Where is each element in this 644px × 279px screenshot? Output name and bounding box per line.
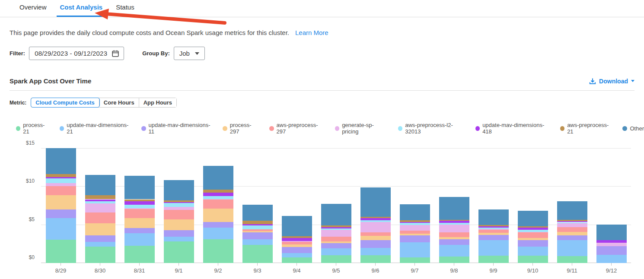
bar-segment-update-mav-dimensions-21[interactable] — [596, 255, 627, 263]
bar-segment-aws-preprocess-l2-32013[interactable] — [46, 178, 76, 183]
bar-segment-update-mav-dimensions-418[interactable] — [321, 227, 351, 228]
bar-segment-update-mav-dimensions-21[interactable] — [164, 237, 194, 241]
bar-segment-update-mav-dimensions-21[interactable] — [478, 240, 509, 256]
stacked-bar-9/10[interactable] — [518, 149, 548, 263]
bar-segment-update-mav-dimensions-11[interactable] — [321, 243, 351, 248]
bar-segment-update-mav-dimensions-418[interactable] — [242, 224, 273, 226]
bar-segment-update-mav-dimensions-11[interactable] — [360, 240, 391, 248]
stacked-bar-8/31[interactable] — [124, 149, 155, 263]
bar-segment-Other[interactable] — [439, 197, 469, 220]
bar-segment-Other[interactable] — [360, 187, 391, 217]
bar-segment-aws-preprocess-l2-32013[interactable] — [124, 205, 155, 208]
bar-segment-aws-preprocess-297[interactable] — [360, 232, 391, 236]
bar-segment-process-21[interactable] — [46, 240, 76, 263]
bar-segment-update-mav-dimensions-11[interactable] — [242, 232, 273, 239]
bar-segment-Other[interactable] — [557, 201, 587, 220]
legend-item[interactable]: aws-preprocess-l2-32013 — [398, 122, 465, 135]
bar-segment-aws-preprocess-297[interactable] — [478, 230, 509, 233]
bar-segment-update-mav-dimensions-418[interactable] — [596, 240, 627, 243]
bar-segment-generate-sp-pricing[interactable] — [439, 225, 469, 233]
bar-segment-generate-sp-pricing[interactable] — [203, 199, 233, 200]
bar-segment-aws-preprocess-l2-32013[interactable] — [557, 222, 587, 224]
bar-segment-update-mav-dimensions-11[interactable] — [439, 239, 469, 245]
bar-segment-generate-sp-pricing[interactable] — [557, 223, 587, 227]
bar-segment-process-297[interactable] — [203, 209, 233, 222]
bar-segment-aws-preprocess-297[interactable] — [46, 186, 76, 195]
bar-segment-aws-preprocess-21[interactable] — [46, 174, 76, 177]
bar-segment-update-mav-dimensions-418[interactable] — [360, 218, 391, 220]
bar-segment-process-297[interactable] — [478, 233, 509, 235]
bar-segment-process-297[interactable] — [164, 219, 194, 230]
bar-segment-update-mav-dimensions-418[interactable] — [518, 228, 548, 230]
bar-segment-aws-preprocess-21[interactable] — [478, 225, 509, 227]
bar-segment-process-21[interactable] — [478, 256, 509, 263]
bar-segment-generate-sp-pricing[interactable] — [124, 208, 155, 209]
bar-segment-generate-sp-pricing[interactable] — [478, 229, 509, 230]
bar-segment-generate-sp-pricing[interactable] — [400, 225, 430, 231]
bar-segment-process-297[interactable] — [124, 218, 155, 228]
tab-status[interactable]: Status — [112, 0, 138, 17]
bar-segment-aws-preprocess-l2-32013[interactable] — [439, 223, 469, 225]
bar-segment-process-297[interactable] — [518, 238, 548, 240]
stacked-bar-9/7[interactable] — [400, 149, 430, 263]
stacked-bar-9/11[interactable] — [557, 149, 587, 263]
bar-segment-aws-preprocess-21[interactable] — [282, 236, 312, 238]
bar-segment-update-mav-dimensions-21[interactable] — [518, 247, 548, 256]
bar-segment-aws-preprocess-21[interactable] — [85, 195, 115, 200]
bar-segment-update-mav-dimensions-11[interactable] — [85, 235, 115, 242]
bar-segment-aws-preprocess-l2-32013[interactable] — [400, 223, 430, 225]
stacked-bar-9/5[interactable] — [321, 149, 351, 263]
bar-segment-update-mav-dimensions-21[interactable] — [242, 239, 273, 244]
bar-segment-aws-preprocess-21[interactable] — [203, 190, 233, 193]
bar-segment-aws-preprocess-l2-32013[interactable] — [478, 228, 509, 229]
legend-item[interactable]: generate-sp-pricing — [335, 122, 388, 135]
bar-segment-aws-preprocess-297[interactable] — [85, 212, 115, 224]
bar-segment-aws-preprocess-297[interactable] — [124, 209, 155, 218]
bar-segment-update-mav-dimensions-418[interactable] — [46, 177, 76, 178]
bar-segment-process-297[interactable] — [360, 236, 391, 240]
bar-segment-update-mav-dimensions-418[interactable] — [203, 193, 233, 196]
legend-item[interactable]: update-mav-dimensions-11 — [141, 122, 212, 135]
bar-segment-generate-sp-pricing[interactable] — [360, 222, 391, 233]
bar-segment-update-mav-dimensions-11[interactable] — [203, 222, 233, 228]
bar-segment-aws-preprocess-21[interactable] — [557, 220, 587, 221]
legend-item[interactable]: Other — [622, 125, 644, 132]
legend-item[interactable]: update-mav-dimensions-418 — [475, 122, 550, 135]
bar-segment-aws-preprocess-21[interactable] — [321, 225, 351, 227]
bar-segment-generate-sp-pricing[interactable] — [321, 230, 351, 237]
bar-segment-process-21[interactable] — [85, 247, 115, 263]
bar-segment-process-21[interactable] — [124, 246, 155, 263]
bar-segment-aws-preprocess-21[interactable] — [518, 226, 548, 228]
stacked-bar-9/12[interactable] — [596, 149, 627, 263]
bar-segment-generate-sp-pricing[interactable] — [46, 183, 76, 187]
bar-segment-update-mav-dimensions-21[interactable] — [203, 228, 233, 239]
bar-segment-aws-preprocess-297[interactable] — [557, 227, 587, 232]
bar-segment-process-297[interactable] — [85, 223, 115, 235]
bar-segment-update-mav-dimensions-21[interactable] — [85, 242, 115, 247]
bar-segment-aws-preprocess-297[interactable] — [321, 237, 351, 241]
bar-segment-aws-preprocess-l2-32013[interactable] — [85, 201, 115, 203]
bar-segment-generate-sp-pricing[interactable] — [282, 241, 312, 242]
stacked-bar-9/9[interactable] — [478, 149, 509, 263]
bar-segment-aws-preprocess-l2-32013[interactable] — [360, 220, 391, 222]
bar-segment-update-mav-dimensions-11[interactable] — [282, 247, 312, 253]
bar-segment-Other[interactable] — [203, 166, 233, 190]
bar-segment-update-mav-dimensions-21[interactable] — [282, 253, 312, 257]
stacked-bar-9/8[interactable] — [439, 149, 469, 263]
bar-segment-aws-preprocess-21[interactable] — [242, 221, 273, 224]
bar-segment-update-mav-dimensions-418[interactable] — [164, 202, 194, 203]
bar-segment-process-21[interactable] — [360, 255, 391, 263]
bar-segment-process-21[interactable] — [557, 256, 587, 263]
bar-segment-aws-preprocess-21[interactable] — [124, 200, 155, 201]
bar-segment-update-mav-dimensions-21[interactable] — [400, 242, 430, 257]
stacked-bar-9/2[interactable] — [203, 149, 233, 263]
bar-segment-update-mav-dimensions-11[interactable] — [478, 235, 509, 240]
legend-item[interactable]: aws-preprocess-297 — [269, 122, 325, 135]
bar-segment-process-297[interactable] — [46, 195, 76, 210]
bar-segment-update-mav-dimensions-21[interactable] — [557, 240, 587, 256]
legend-item[interactable]: process-21 — [16, 122, 49, 135]
bar-segment-process-297[interactable] — [439, 237, 469, 239]
bar-segment-aws-preprocess-21[interactable] — [360, 217, 391, 218]
bar-segment-Other[interactable] — [124, 176, 155, 200]
bar-segment-aws-preprocess-21[interactable] — [400, 220, 430, 222]
